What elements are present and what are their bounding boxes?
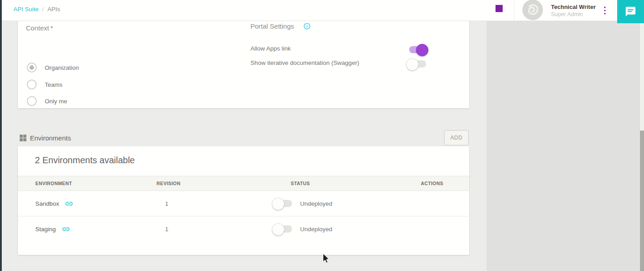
user-name: Technical Writer — [551, 4, 596, 11]
environments-card: 2 Environments available ENVIRONMENT REV… — [18, 146, 469, 255]
breadcrumb: API Suite / APIs — [13, 6, 60, 13]
radio-only-me-label: Only me — [45, 98, 67, 105]
environment-name: Staging — [35, 226, 56, 233]
portal-settings-header: Portal Settings — [250, 22, 311, 30]
side-actions-panel: EXPORT DELETE — [487, 21, 644, 271]
radio-option-organization[interactable]: Organization — [27, 63, 79, 72]
column-actions: ACTIONS — [421, 181, 443, 186]
environments-grid-icon — [20, 135, 26, 141]
top-bar: API Suite / APIs Technical Writer Super … — [2, 0, 644, 21]
user-role: Super Admin — [551, 11, 596, 18]
kebab-menu-icon[interactable] — [604, 6, 606, 15]
environment-name: Sandbox — [35, 200, 59, 207]
user-block: Technical Writer Super Admin — [551, 4, 596, 18]
scrollbar-thumb[interactable] — [640, 131, 644, 271]
radio-teams-label: Teams — [45, 81, 63, 88]
allow-apps-link-toggle[interactable] — [406, 43, 428, 56]
environment-cell: Sandbox — [35, 191, 73, 216]
deploy-toggle-staging[interactable] — [272, 223, 294, 235]
swagger-doc-toggle[interactable] — [406, 58, 428, 70]
topbar-divider — [514, 0, 514, 21]
breadcrumb-separator: / — [42, 6, 44, 13]
required-asterisk: * — [51, 24, 53, 32]
radio-option-only-me[interactable]: Only me — [27, 96, 67, 106]
status-text: Undeployed — [300, 226, 332, 233]
radio-organization-label: Organization — [45, 64, 79, 71]
allow-apps-link-label: Allow Apps link — [250, 45, 291, 52]
deploy-toggle-sandbox[interactable] — [272, 197, 294, 210]
environment-cell: Staging — [35, 216, 70, 242]
portal-settings-title: Portal Settings — [250, 22, 294, 30]
table-row-sandbox: Sandbox 1 Undeployed — [18, 191, 469, 216]
chat-icon — [625, 6, 636, 17]
radio-option-teams[interactable]: Teams — [27, 80, 63, 89]
settings-card: Context* Organization Teams Only me Port… — [18, 21, 469, 108]
table-row-staging: Staging 1 Undeployed — [18, 216, 469, 242]
table-header-row: ENVIRONMENT REVISION STATUS ACTIONS — [18, 176, 469, 191]
breadcrumb-api-suite[interactable]: API Suite — [13, 6, 38, 13]
collapsed-sidebar-rail — [0, 0, 2, 271]
column-environment: ENVIRONMENT — [35, 181, 72, 186]
revision-value: 1 — [165, 226, 169, 233]
app-screen: API Suite / APIs Technical Writer Super … — [0, 0, 644, 271]
apps-grid-icon[interactable] — [496, 5, 503, 12]
radio-teams[interactable] — [27, 80, 37, 89]
link-icon[interactable] — [65, 199, 73, 208]
swagger-doc-label: Show iterative documentation (Swagger) — [250, 59, 359, 66]
column-revision: REVISION — [157, 181, 180, 186]
revision-value: 1 — [165, 200, 169, 207]
breadcrumb-apis: APIs — [47, 6, 60, 13]
environments-section-title: Environments — [30, 134, 71, 142]
column-status: STATUS — [291, 181, 310, 186]
status-text: Undeployed — [300, 200, 332, 207]
context-field-label: Context* — [26, 24, 53, 32]
mouse-cursor — [322, 253, 330, 266]
radio-only-me[interactable] — [27, 96, 37, 106]
chat-button[interactable] — [617, 0, 644, 23]
info-icon[interactable] — [303, 22, 311, 30]
context-label-text: Context — [26, 24, 49, 32]
link-icon[interactable] — [62, 225, 70, 233]
add-environment-button[interactable]: ADD — [444, 130, 469, 145]
environments-summary: 2 Environments available — [35, 155, 135, 165]
radio-organization[interactable] — [27, 63, 37, 72]
environments-section-header: Environments — [20, 134, 71, 142]
avatar[interactable] — [522, 0, 543, 20]
